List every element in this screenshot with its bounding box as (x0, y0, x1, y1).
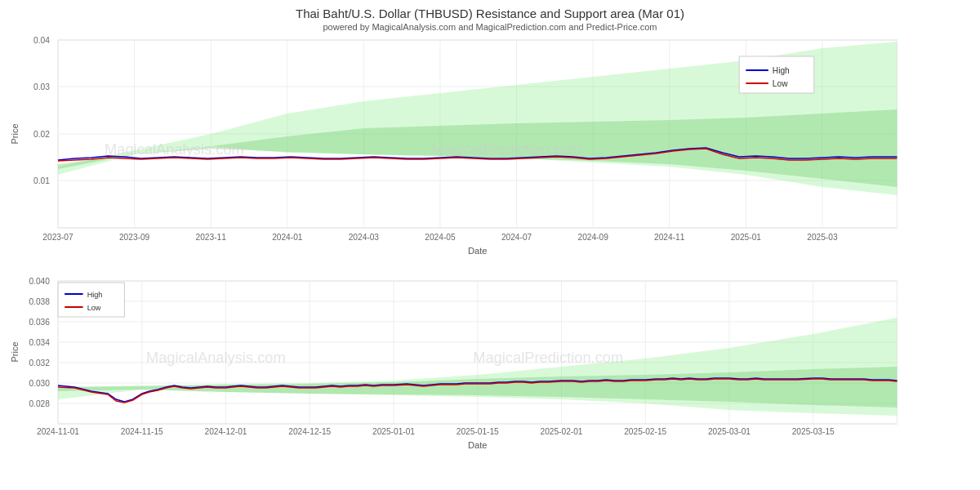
svg-text:0.03: 0.03 (33, 82, 50, 91)
chart-bottom-svg: MagicalAnalysis.com MagicalPrediction.co… (8, 273, 972, 461)
chart-bottom: MagicalAnalysis.com MagicalPrediction.co… (8, 273, 972, 461)
svg-text:2025-03-01: 2025-03-01 (708, 427, 751, 436)
svg-text:High: High (773, 66, 790, 75)
svg-text:0.04: 0.04 (33, 36, 50, 45)
svg-text:0.040: 0.040 (29, 277, 50, 286)
charts-wrapper: MagicalAnalysis.com MagicalPrediction.co… (0, 32, 980, 490)
svg-text:2024-11-01: 2024-11-01 (37, 427, 79, 436)
svg-text:0.034: 0.034 (29, 338, 50, 347)
svg-text:0.038: 0.038 (29, 297, 50, 306)
page-subtitle: powered by MagicalAnalysis.com and Magic… (323, 22, 657, 32)
svg-text:0.032: 0.032 (29, 359, 50, 368)
svg-text:2025-02-15: 2025-02-15 (624, 427, 666, 436)
svg-text:MagicalPrediction.com: MagicalPrediction.com (431, 141, 581, 158)
page-container: Thai Baht/U.S. Dollar (THBUSD) Resistanc… (0, 0, 980, 490)
svg-text:Date: Date (468, 246, 488, 256)
svg-text:Price: Price (10, 341, 20, 362)
page-title: Thai Baht/U.S. Dollar (THBUSD) Resistanc… (296, 7, 684, 20)
svg-text:2025-01: 2025-01 (731, 233, 762, 242)
svg-text:2024-03: 2024-03 (349, 233, 380, 242)
svg-text:2025-01-15: 2025-01-15 (457, 427, 499, 436)
svg-text:2024-11-15: 2024-11-15 (121, 427, 163, 436)
svg-text:Date: Date (468, 440, 488, 450)
svg-text:2024-11: 2024-11 (654, 233, 685, 242)
svg-text:2025-02-01: 2025-02-01 (540, 427, 582, 436)
svg-text:MagicalPrediction.com: MagicalPrediction.com (473, 350, 623, 366)
svg-text:MagicalAnalysis.com: MagicalAnalysis.com (146, 350, 286, 366)
svg-text:0.02: 0.02 (33, 130, 50, 139)
svg-text:2025-03: 2025-03 (807, 233, 838, 242)
svg-text:2024-12-01: 2024-12-01 (205, 427, 247, 436)
svg-text:MagicalAnalysis.com: MagicalAnalysis.com (105, 141, 244, 158)
svg-text:2024-01: 2024-01 (272, 233, 303, 242)
svg-text:2024-09: 2024-09 (577, 233, 608, 242)
svg-text:2023-09: 2023-09 (119, 233, 150, 242)
svg-text:Price: Price (10, 123, 20, 144)
svg-text:Low: Low (87, 304, 101, 312)
svg-text:2023-07: 2023-07 (42, 233, 74, 242)
svg-text:High: High (87, 291, 103, 299)
svg-text:2024-12-15: 2024-12-15 (288, 427, 331, 436)
svg-text:2024-05: 2024-05 (425, 233, 456, 242)
svg-text:0.01: 0.01 (33, 176, 50, 185)
chart-top-svg: MagicalAnalysis.com MagicalPrediction.co… (8, 32, 972, 273)
chart-top: MagicalAnalysis.com MagicalPrediction.co… (8, 32, 972, 273)
svg-text:0.030: 0.030 (29, 379, 50, 388)
svg-text:2025-01-01: 2025-01-01 (372, 427, 415, 436)
svg-text:2025-03-15: 2025-03-15 (792, 427, 835, 436)
svg-text:2024-07: 2024-07 (501, 233, 532, 242)
svg-text:0.036: 0.036 (29, 318, 50, 327)
svg-text:0.028: 0.028 (29, 399, 50, 408)
svg-text:2023-11: 2023-11 (196, 233, 227, 242)
svg-text:Low: Low (773, 79, 788, 88)
